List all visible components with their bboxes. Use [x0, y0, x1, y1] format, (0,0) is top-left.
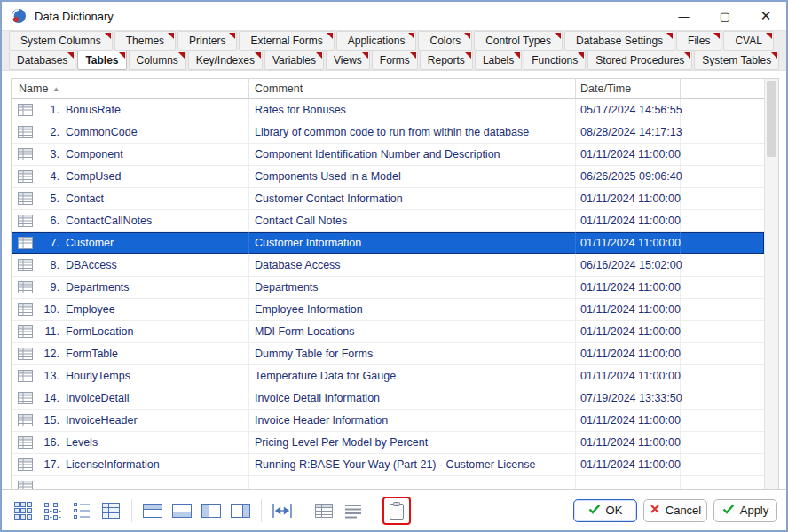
- row-name: FormTable: [66, 348, 118, 360]
- large-icons-view-icon[interactable]: [11, 498, 35, 523]
- split-top-icon[interactable]: [140, 498, 165, 523]
- tab-corner-marker-icon: [327, 33, 333, 39]
- column-header-name[interactable]: Name ▲: [12, 79, 249, 98]
- tab-labels[interactable]: Labels: [475, 51, 522, 70]
- tab-label: Columns: [137, 54, 178, 66]
- table-icon: [12, 410, 38, 431]
- tab-reports[interactable]: Reports: [420, 51, 473, 70]
- split-left-icon[interactable]: [199, 498, 224, 523]
- row-datetime: 01/11/2024 11:00:00: [576, 321, 681, 342]
- tab-key-indexes[interactable]: Key/Indexes: [188, 51, 263, 70]
- tab-forms[interactable]: Forms: [372, 51, 418, 70]
- table-icon: [12, 210, 38, 231]
- row-name: Component: [66, 148, 123, 160]
- scrollbar-thumb[interactable]: [767, 81, 776, 157]
- table-row[interactable]: 2. CommonCode Library of common code to …: [12, 121, 764, 144]
- split-right-icon[interactable]: [228, 498, 253, 523]
- tab-colors[interactable]: Colors: [418, 31, 472, 51]
- details-view-icon[interactable]: [98, 498, 123, 523]
- tab-system-columns[interactable]: System Columns: [9, 31, 113, 51]
- row-datetime: 07/19/2024 13:33:50: [576, 387, 681, 409]
- tab-database-settings[interactable]: Database Settings: [564, 31, 674, 51]
- tab-applications[interactable]: Applications: [336, 31, 417, 51]
- row-datetime: [576, 476, 681, 489]
- tab-system-tables[interactable]: System Tables: [694, 51, 779, 70]
- table-row[interactable]: 14. InvoiceDetail Invoice Detail Informa…: [12, 387, 764, 410]
- maximize-button[interactable]: ▢: [705, 2, 745, 30]
- row-number: 7.: [38, 237, 59, 249]
- tab-control-types[interactable]: Control Types: [474, 31, 563, 51]
- cancel-button-label: Cancel: [666, 504, 701, 517]
- tab-files[interactable]: Files: [676, 31, 721, 51]
- row-name: Departments: [66, 281, 130, 293]
- row-name-cell: 4. CompUsed: [38, 166, 249, 187]
- tab-cval[interactable]: CVAL: [723, 31, 773, 51]
- row-lines-view-icon[interactable]: [341, 498, 366, 523]
- table-row[interactable]: 9. Departments Departments 01/11/2024 11…: [12, 277, 764, 299]
- table-row[interactable]: 11. FormLocation MDI Form Locations 01/1…: [12, 321, 764, 343]
- table-row[interactable]: 13. HourlyTemps Temperature Data for Gau…: [12, 365, 764, 387]
- table-row[interactable]: 17. LicenseInformation Running R:BASE Yo…: [12, 454, 764, 476]
- table-row[interactable]: 10. Employee Employee Information 01/11/…: [12, 299, 764, 321]
- table-row[interactable]: 12. FormTable Dummy Table for Forms 01/1…: [12, 343, 764, 365]
- close-button[interactable]: ✕: [745, 2, 786, 30]
- apply-button[interactable]: Apply: [713, 499, 777, 522]
- table-row[interactable]: 8. DBAccess Database Access 06/16/2024 1…: [12, 254, 764, 277]
- row-filler: [681, 321, 764, 342]
- row-number: 3.: [38, 148, 59, 160]
- tab-corner-marker-icon: [168, 33, 174, 39]
- tab-variables[interactable]: Variables: [264, 51, 324, 70]
- row-filler: [681, 387, 764, 409]
- row-filler: [681, 432, 764, 453]
- column-header-comment[interactable]: Comment: [249, 79, 576, 98]
- table-row[interactable]: 15. InvoiceHeader Invoice Header Informa…: [12, 410, 764, 432]
- view-toolbar: [11, 497, 411, 525]
- row-filler: [681, 277, 764, 298]
- row-name-cell: 5. Contact: [38, 188, 249, 209]
- tab-tables[interactable]: Tables: [77, 51, 126, 70]
- table-row[interactable]: 7. Customer Customer Information 01/11/2…: [12, 232, 764, 254]
- tab-label: Labels: [483, 54, 514, 66]
- row-filler: [681, 299, 764, 320]
- table-row[interactable]: 1. BonusRate Rates for Bonuses 05/17/202…: [12, 99, 764, 121]
- row-number: 16.: [38, 436, 59, 449]
- fit-width-icon[interactable]: [270, 498, 295, 523]
- table-row[interactable]: 3. Component Component Identification Nu…: [12, 144, 764, 166]
- tab-stored-procedures[interactable]: Stored Procedures: [587, 51, 692, 70]
- apply-check-icon: [722, 504, 735, 517]
- row-comment: Employee Information: [249, 299, 576, 320]
- row-datetime: 06/26/2025 09:06:40: [576, 166, 681, 187]
- tab-printers[interactable]: Printers: [177, 31, 237, 51]
- list-view-icon[interactable]: [69, 498, 94, 523]
- table-row[interactable]: 16. Levels Pricing Level Per Model by Pe…: [12, 432, 764, 454]
- cancel-button[interactable]: Cancel: [643, 499, 707, 522]
- row-name: Employee: [66, 303, 115, 316]
- tab-functions[interactable]: Functions: [524, 51, 586, 70]
- split-bottom-icon[interactable]: [169, 498, 194, 523]
- tab-bar-top: System ColumnsThemesPrintersExternal For…: [2, 30, 786, 51]
- column-header-datetime[interactable]: Date/Time: [576, 79, 681, 98]
- table-row[interactable]: 4. CompUsed Components Used in a Model 0…: [12, 166, 764, 188]
- tab-corner-marker-icon: [119, 52, 125, 59]
- vertical-scrollbar[interactable]: [764, 79, 778, 489]
- row-name-cell: 1. BonusRate: [38, 99, 249, 121]
- tab-external-forms[interactable]: External Forms: [239, 31, 334, 51]
- table-row[interactable]: 6. ContactCallNotes Contact Call Notes 0…: [12, 210, 764, 232]
- grid-view-icon[interactable]: [311, 498, 336, 523]
- tab-themes[interactable]: Themes: [114, 31, 176, 51]
- tab-columns[interactable]: Columns: [129, 51, 186, 70]
- tab-label: Files: [688, 35, 710, 47]
- row-comment: MDI Form Locations: [249, 321, 576, 342]
- data-dictionary-window: Data Dictionary — ▢ ✕ System ColumnsThem…: [0, 0, 788, 532]
- tab-views[interactable]: Views: [326, 51, 370, 70]
- clipboard-icon[interactable]: [384, 498, 409, 523]
- minimize-button[interactable]: —: [664, 2, 705, 30]
- tab-databases[interactable]: Databases: [9, 51, 75, 70]
- row-filler: [681, 343, 764, 364]
- table-row-partial[interactable]: [12, 476, 764, 489]
- table-row[interactable]: 5. Contact Customer Contact Information …: [12, 188, 764, 210]
- row-comment: Database Access: [249, 254, 576, 276]
- small-icons-view-icon[interactable]: [40, 498, 65, 523]
- ok-button[interactable]: OK: [573, 499, 637, 522]
- row-name-cell: 10. Employee: [38, 299, 249, 320]
